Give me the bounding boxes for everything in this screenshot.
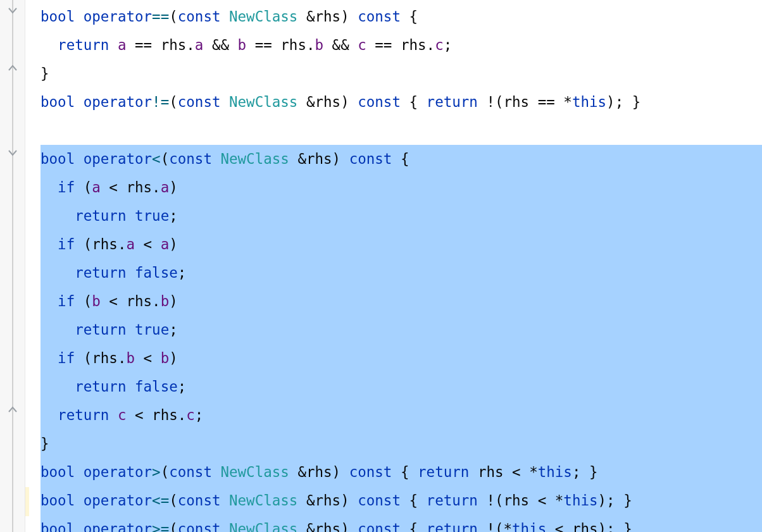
fold-toggle-icon[interactable] [6,61,20,75]
code-line-selected[interactable]: return true; [41,316,762,344]
code-line[interactable]: bool operator!=(const NewClass &rhs) con… [41,88,762,116]
fold-toggle-icon[interactable] [6,4,20,18]
code-line-selected[interactable]: if (rhs.a < a) [41,230,762,259]
code-editor[interactable]: bool operator==(const NewClass &rhs) con… [0,0,762,532]
code-line-selected[interactable]: if (rhs.b < b) [41,344,762,373]
code-line-selected[interactable]: return true; [41,202,762,230]
code-line[interactable]: bool operator==(const NewClass &rhs) con… [41,3,762,31]
fold-toggle-icon[interactable] [6,402,20,416]
code-line-selected[interactable]: return c < rhs.c; [41,401,762,430]
editor-gutter [0,0,25,532]
code-line-selected[interactable]: if (b < rhs.b) [41,287,762,316]
change-marker [25,487,29,516]
code-area[interactable]: bool operator==(const NewClass &rhs) con… [25,0,762,532]
code-line-selected[interactable]: bool operator<=(const NewClass &rhs) con… [41,486,762,515]
code-line-selected[interactable]: if (a < rhs.a) [41,173,762,202]
code-line-selected[interactable]: bool operator<(const NewClass &rhs) cons… [41,145,762,173]
code-line[interactable]: } [41,59,762,88]
fold-toggle-icon[interactable] [6,146,20,160]
code-line-selected[interactable]: return false; [41,259,762,287]
code-line-selected[interactable]: bool operator>=(const NewClass &rhs) con… [41,515,762,532]
code-line-selected[interactable]: } [41,430,762,458]
code-line[interactable]: return a == rhs.a && b == rhs.b && c == … [41,31,762,59]
code-line-selected[interactable]: bool operator>(const NewClass &rhs) cons… [41,458,762,486]
code-line-selected[interactable]: return false; [41,373,762,401]
code-line[interactable] [41,116,762,145]
